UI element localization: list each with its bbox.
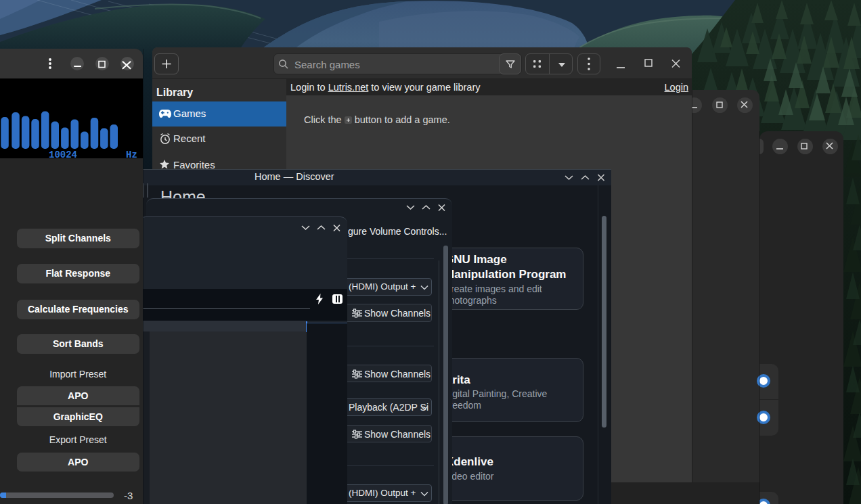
svg-text:Hz: Hz <box>126 150 137 158</box>
svg-text:10024: 10024 <box>49 150 77 158</box>
